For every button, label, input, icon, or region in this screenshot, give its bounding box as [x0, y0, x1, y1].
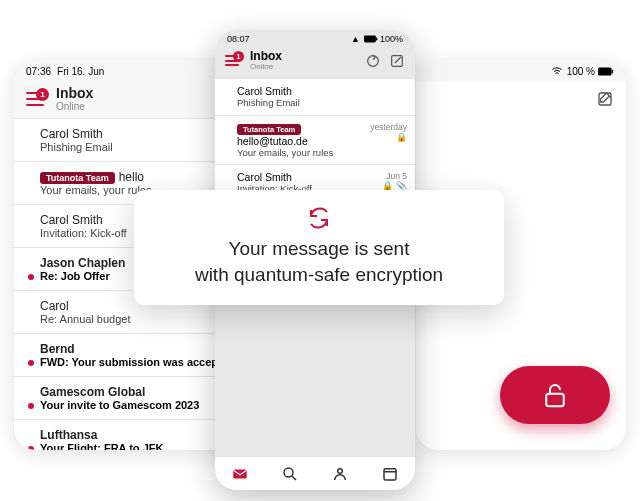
- unread-dot: [28, 446, 34, 450]
- svg-rect-10: [376, 38, 377, 41]
- inbox-title-block: Inbox Online: [245, 50, 365, 72]
- battery-icon: [598, 67, 614, 76]
- svg-line-15: [292, 476, 296, 480]
- unread-badge: 1: [36, 88, 49, 101]
- email-subject: Your emails, your rules: [237, 147, 362, 158]
- email-sender: Carol Smith: [237, 171, 378, 183]
- status-time: 07:36: [26, 66, 51, 77]
- inbox-status: Online: [250, 63, 365, 72]
- nav-mail-icon[interactable]: [231, 465, 249, 483]
- unread-dot: [225, 103, 231, 109]
- refresh-icon[interactable]: [365, 53, 381, 69]
- svg-rect-17: [384, 468, 396, 479]
- svg-point-16: [338, 468, 343, 473]
- email-body: Tutanota Teamhello@tutao.deYour emails, …: [237, 122, 362, 158]
- svg-rect-9: [364, 36, 376, 43]
- email-date: yesterday: [370, 122, 407, 132]
- signal-icon: ▲: [351, 34, 360, 44]
- unread-badge: 1: [233, 51, 244, 62]
- email-sender: Tutanota Teamhello@tutao.de: [237, 122, 362, 147]
- message-line-2: with quantum-safe encryption: [154, 262, 484, 288]
- status-day: Fri 16. Jun: [57, 66, 104, 77]
- svg-point-14: [284, 468, 293, 477]
- unread-dot: [28, 188, 34, 194]
- svg-rect-13: [233, 469, 247, 478]
- menu-button[interactable]: 1: [26, 92, 50, 106]
- unread-dot: [28, 145, 34, 151]
- encryption-message-card: Your message is sent with quantum-safe e…: [134, 190, 504, 305]
- compose-fab[interactable]: [500, 366, 610, 424]
- email-body: Carol SmithPhishing Email: [237, 85, 399, 108]
- nav-search-icon[interactable]: [281, 465, 299, 483]
- bottom-nav: [215, 456, 415, 490]
- unread-dot: [28, 231, 34, 237]
- status-bar: 100 %: [416, 60, 626, 82]
- email-meta: Jun 5🔒 📎: [378, 171, 407, 191]
- nav-calendar-icon[interactable]: [381, 465, 399, 483]
- wifi-icon: [551, 65, 563, 77]
- svg-rect-6: [612, 69, 614, 72]
- sender-pill: Tutanota Team: [237, 124, 301, 135]
- lock-icon: 🔒: [362, 132, 407, 142]
- message-line-1: Your message is sent: [154, 236, 484, 262]
- compose-icon[interactable]: [389, 53, 405, 69]
- svg-point-11: [368, 56, 379, 67]
- email-item[interactable]: Tutanota Teamhello@tutao.deYour emails, …: [215, 115, 415, 164]
- status-time: 08:07: [227, 34, 250, 44]
- battery-text: 100 %: [567, 66, 595, 77]
- unread-dot: [225, 140, 231, 146]
- compose-icon[interactable]: [596, 90, 614, 108]
- email-sender: Carol Smith: [237, 85, 399, 97]
- sender-pill: Tutanota Team: [40, 172, 115, 184]
- email-subject: Phishing Email: [237, 97, 399, 108]
- unread-dot: [28, 274, 34, 280]
- battery-icon: [364, 35, 378, 43]
- unread-dot: [28, 360, 34, 366]
- email-item[interactable]: Carol SmithPhishing Email: [215, 78, 415, 115]
- menu-button[interactable]: 1: [225, 55, 245, 66]
- inbox-header: 1 Inbox Online: [215, 48, 415, 78]
- lock-icon: [540, 380, 570, 410]
- email-date: Jun 5: [386, 171, 407, 181]
- sync-icon: [307, 206, 331, 230]
- email-meta: yesterday🔒: [362, 122, 407, 142]
- status-bar: 08:07 ▲ 100%: [215, 30, 415, 48]
- unread-dot: [28, 403, 34, 409]
- svg-rect-5: [598, 67, 612, 75]
- nav-contacts-icon[interactable]: [331, 465, 349, 483]
- unread-dot: [28, 317, 34, 323]
- svg-rect-8: [546, 394, 564, 407]
- battery-text: 100%: [380, 34, 403, 44]
